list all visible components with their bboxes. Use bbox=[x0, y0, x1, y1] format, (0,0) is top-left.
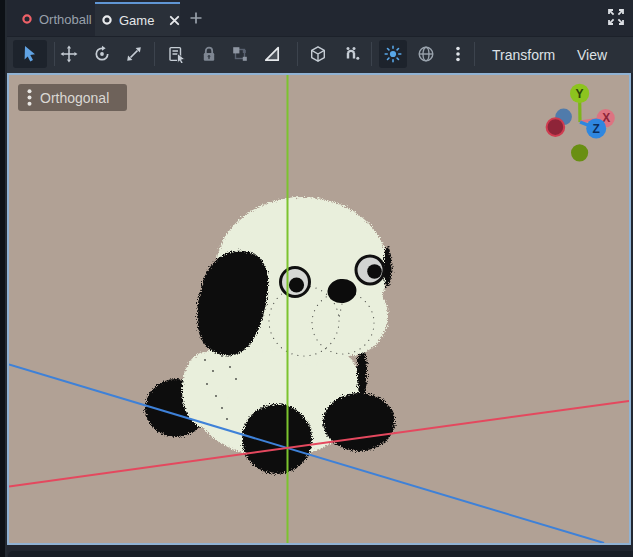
kebab-menu-icon bbox=[27, 89, 32, 106]
axis-gizmo[interactable]: Y X Z bbox=[547, 84, 615, 162]
snap-icon[interactable] bbox=[343, 45, 361, 63]
scene-circle-icon bbox=[22, 14, 32, 24]
scene-tab-bar: Orthoball Game bbox=[0, 0, 633, 36]
viewport-toolbar: Transform View bbox=[0, 36, 633, 73]
close-icon[interactable] bbox=[168, 14, 181, 27]
plush-dog[interactable] bbox=[145, 197, 395, 474]
transform-menu[interactable]: Transform bbox=[492, 37, 555, 72]
tab-game[interactable]: Game bbox=[95, 2, 180, 36]
scene-render-plush-dog: Y X Z bbox=[9, 75, 629, 543]
projection-menu-button[interactable]: Orthogonal bbox=[18, 84, 127, 111]
toolbar-separator bbox=[297, 42, 298, 66]
preview-sun-button[interactable] bbox=[379, 40, 407, 68]
scene-circle-icon bbox=[102, 15, 112, 25]
select-arrow-icon bbox=[21, 45, 39, 63]
dog-right-side-fringe bbox=[357, 348, 367, 398]
bottom-strip bbox=[0, 545, 633, 557]
select-list-icon[interactable] bbox=[168, 45, 186, 63]
dog-left-pupil bbox=[289, 277, 304, 292]
toolbar-separator bbox=[154, 42, 155, 66]
lock-icon[interactable] bbox=[200, 45, 218, 63]
rotate-tool-icon[interactable] bbox=[93, 45, 111, 63]
projection-label: Orthogonal bbox=[40, 90, 109, 106]
gizmo-y-label: Y bbox=[576, 87, 584, 101]
more-options-kebab-icon[interactable] bbox=[449, 45, 467, 63]
sun-icon bbox=[384, 45, 402, 63]
viewport-3d[interactable]: Y X Z Orthogonal bbox=[7, 73, 631, 545]
scale-tool-icon[interactable] bbox=[125, 45, 143, 63]
local-space-icon[interactable] bbox=[309, 45, 327, 63]
environment-globe-icon[interactable] bbox=[417, 45, 435, 63]
gizmo-neg-x-ball[interactable] bbox=[547, 118, 565, 136]
view-menu[interactable]: View bbox=[577, 37, 607, 72]
plus-icon[interactable] bbox=[188, 10, 204, 26]
move-tool-icon[interactable] bbox=[60, 45, 78, 63]
left-dock-edge-light bbox=[5, 0, 7, 557]
group-icon[interactable] bbox=[231, 45, 249, 63]
toolbar-separator bbox=[54, 42, 55, 66]
dog-center-foot bbox=[242, 404, 312, 474]
ruler-icon[interactable] bbox=[263, 45, 281, 63]
gizmo-z-label: Z bbox=[593, 122, 600, 136]
toolbar-separator bbox=[474, 42, 475, 66]
tab-orthoball[interactable]: Orthoball bbox=[10, 2, 92, 36]
tab-label: Game bbox=[119, 13, 154, 28]
toolbar-separator bbox=[371, 42, 372, 66]
godot-editor-window: Orthoball Game bbox=[0, 0, 633, 557]
dog-right-pupil bbox=[367, 264, 382, 279]
gizmo-neg-y-ball[interactable] bbox=[571, 144, 588, 161]
tab-label: Orthoball bbox=[39, 12, 92, 27]
select-tool-button[interactable] bbox=[13, 40, 47, 68]
bottom-panel-edge bbox=[8, 551, 633, 557]
expand-arrows-icon[interactable] bbox=[607, 8, 625, 26]
